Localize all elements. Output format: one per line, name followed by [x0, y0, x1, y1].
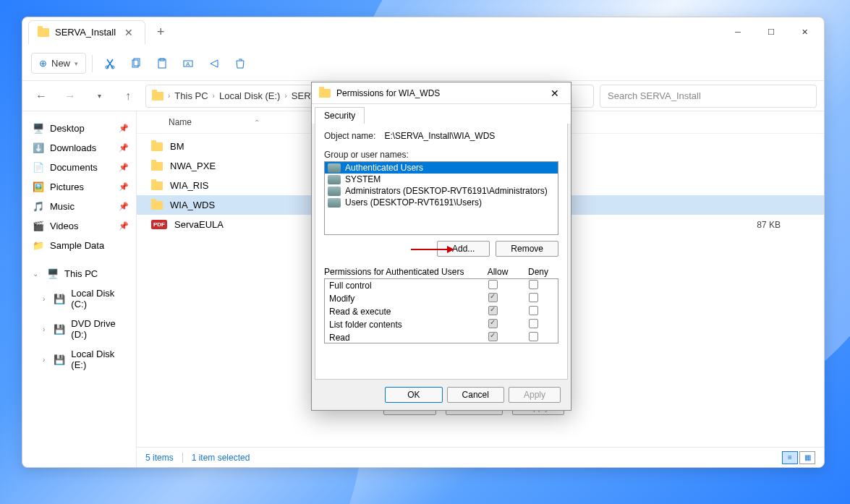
breadcrumb-item[interactable]: Local Disk (E:) — [219, 90, 281, 101]
ok-button[interactable]: OK — [385, 387, 442, 403]
apply-button[interactable]: Apply — [509, 387, 561, 403]
videos-icon: 🎬 — [33, 221, 44, 231]
chevron-down-icon: ▾ — [75, 60, 78, 67]
title-bar: SERVA_Install ✕ + ─ ☐ ✕ — [22, 17, 824, 46]
breadcrumb-item[interactable]: This PC — [174, 90, 208, 101]
music-icon: 🎵 — [33, 201, 44, 212]
allow-header: Allow — [477, 267, 518, 277]
users-icon — [328, 198, 341, 208]
pdf-icon: PDF — [151, 220, 167, 229]
user-list-item[interactable]: Administrators (DESKTOP-RVT6191\Administ… — [325, 185, 558, 197]
paste-button[interactable] — [150, 52, 174, 75]
view-mode-switcher: ≡ ▦ — [782, 451, 815, 464]
folder-icon — [38, 28, 49, 37]
new-tab-button[interactable]: + — [151, 22, 171, 43]
object-name-label: Object name: — [324, 131, 375, 141]
rename-button[interactable]: A — [177, 52, 200, 75]
status-selected: 1 item selected — [192, 453, 250, 463]
pin-icon: 📌 — [119, 143, 129, 153]
user-listbox[interactable]: Authenticated UsersSYSTEMAdministrators … — [324, 161, 558, 235]
back-button[interactable]: ← — [30, 85, 53, 108]
cut-button[interactable] — [98, 52, 122, 75]
copy-button[interactable] — [124, 52, 148, 75]
chevron-down-icon: ⌄ — [33, 270, 38, 278]
sidebar-item-downloads[interactable]: ⬇️Downloads📌 — [22, 138, 136, 158]
pin-icon: 📌 — [119, 163, 129, 172]
sidebar-item-documents[interactable]: 📄Documents📌 — [22, 158, 136, 177]
dialog-title: Permissions for WIA_WDS — [336, 88, 440, 98]
view-tiles-button[interactable]: ▦ — [799, 451, 815, 464]
deny-checkbox[interactable] — [529, 332, 538, 341]
dialog-tabs: Security — [312, 104, 571, 124]
dialog-footer: OK Cancel Apply — [312, 380, 571, 410]
sidebar-item-music[interactable]: 🎵Music📌 — [22, 197, 136, 216]
sidebar: 🖥️Desktop📌⬇️Downloads📌📄Documents📌🖼️Pictu… — [22, 111, 137, 467]
user-list-item[interactable]: Users (DESKTOP-RVT6191\Users) — [325, 197, 558, 208]
allow-checkbox[interactable] — [488, 319, 498, 328]
sidebar-item-drive[interactable]: ›💾Local Disk (C:) — [22, 283, 136, 314]
sidebar-item-drive[interactable]: ›💾DVD Drive (D:) — [22, 314, 136, 344]
sidebar-item-drive[interactable]: ›💾Local Disk (E:) — [22, 344, 136, 375]
sidebar-item-pictures[interactable]: 🖼️Pictures📌 — [22, 177, 136, 197]
allow-checkbox[interactable] — [488, 293, 498, 302]
permissions-dialog: Permissions for WIA_WDS ✕ Security Objec… — [311, 82, 571, 411]
search-input[interactable]: Search SERVA_Install — [600, 85, 817, 108]
view-details-button[interactable]: ≡ — [782, 451, 798, 464]
allow-checkbox[interactable] — [488, 306, 498, 315]
deny-checkbox[interactable] — [529, 293, 538, 302]
deny-header: Deny — [518, 267, 558, 277]
window-tab[interactable]: SERVA_Install ✕ — [28, 20, 145, 44]
cancel-button[interactable]: Cancel — [447, 387, 504, 403]
users-icon — [328, 175, 341, 184]
pin-icon: 📌 — [119, 202, 129, 211]
sidebar-item-desktop[interactable]: 🖥️Desktop📌 — [22, 119, 136, 138]
sidebar-item-thispc[interactable]: ⌄ 🖥️ This PC — [22, 264, 136, 283]
up-button[interactable]: ↑ — [116, 85, 140, 108]
user-list-item[interactable]: SYSTEM — [325, 174, 558, 185]
annotation-arrow-icon — [411, 244, 454, 255]
deny-checkbox[interactable] — [529, 319, 538, 328]
user-list-item[interactable]: Authenticated Users — [325, 162, 558, 174]
forward-button[interactable]: → — [59, 85, 82, 108]
plus-icon: ⊕ — [39, 58, 47, 69]
status-bar: 5 items 1 item selected ≡ ▦ — [137, 447, 824, 467]
sidebar-item-videos[interactable]: 🎬Videos📌 — [22, 216, 136, 236]
sidebar-item-sample-data[interactable]: 📁Sample Data — [22, 236, 136, 255]
users-icon — [328, 187, 341, 196]
allow-checkbox[interactable] — [488, 280, 498, 289]
close-button[interactable]: ✕ — [788, 20, 821, 43]
desktop-icon: 🖥️ — [33, 123, 44, 134]
permission-row: Read — [325, 331, 558, 343]
window-controls: ─ ☐ ✕ — [721, 20, 821, 43]
permission-row: Full control — [325, 279, 558, 292]
folder-icon — [151, 142, 163, 151]
folder-icon — [319, 89, 331, 98]
dialog-body: Object name: E:\SERVA_Install\WIA_WDS Gr… — [315, 124, 568, 380]
dialog-titlebar: Permissions for WIA_WDS ✕ — [312, 82, 571, 104]
pin-icon: 📌 — [119, 124, 129, 133]
minimize-button[interactable]: ─ — [721, 20, 755, 43]
remove-button[interactable]: Remove — [496, 241, 558, 257]
dialog-close-button[interactable]: ✕ — [546, 86, 564, 101]
allow-checkbox[interactable] — [488, 332, 498, 341]
chevron-right-icon: › — [43, 356, 45, 364]
deny-checkbox[interactable] — [529, 280, 538, 289]
maximize-button[interactable]: ☐ — [755, 20, 788, 43]
sort-indicator-icon: ⌃ — [254, 119, 260, 127]
tab-close-button[interactable]: ✕ — [122, 27, 136, 38]
folder-icon: 📁 — [33, 240, 44, 251]
pin-icon: 📌 — [119, 182, 129, 192]
svg-marker-9 — [447, 246, 454, 253]
column-name[interactable]: Name ⌃ — [151, 117, 260, 127]
new-button[interactable]: ⊕ New ▾ — [31, 53, 86, 74]
tab-security[interactable]: Security — [315, 107, 365, 124]
group-user-label: Group or user names: — [324, 150, 558, 160]
delete-button[interactable] — [229, 52, 252, 75]
toolbar: ⊕ New ▾ A — [22, 46, 824, 81]
status-item-count: 5 items — [145, 453, 174, 463]
drive-icon: 💾 — [54, 294, 65, 304]
chevron-down-icon[interactable]: ▾ — [88, 85, 111, 108]
share-button[interactable] — [203, 52, 226, 75]
tab-title: SERVA_Install — [55, 27, 116, 38]
deny-checkbox[interactable] — [529, 306, 538, 315]
